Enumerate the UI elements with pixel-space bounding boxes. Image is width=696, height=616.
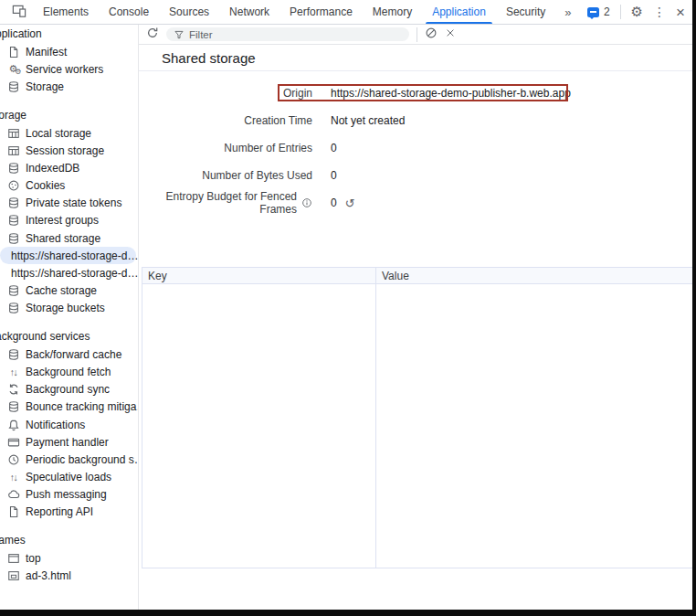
reset-budget-button[interactable]: ↺ [345,197,355,209]
sidebar-item-indexeddb[interactable]: IndexedDB [0,159,138,176]
cookie-icon [6,179,20,192]
frame-icon [6,552,20,565]
devtools-tabbar: Elements Console Sources Network Perform… [0,0,696,25]
toggle-device-toolbar-button[interactable] [5,0,33,24]
tab-security[interactable]: Security [496,0,555,24]
sidebar-item-storage-buckets[interactable]: Storage buckets [0,300,138,317]
metadata-row-number-of-bytes-used: Number of Bytes Used 0 [139,162,696,189]
document-icon [6,505,20,518]
shared-storage-panel: Shared storage Origin https://shared-sto… [139,25,696,610]
document-icon [6,46,20,58]
database-icon [6,196,20,209]
clock-icon [6,453,20,466]
bell-icon [6,419,20,431]
tab-elements[interactable]: Elements [33,0,99,24]
sidebar-item-manifest[interactable]: Manifest [0,43,138,60]
close-icon: × [676,5,685,20]
sidebar-item-push-messaging[interactable]: Push messaging [0,486,138,504]
sidebar-item-background-sync[interactable]: Background sync [0,381,138,398]
sidebar-item-frame-top[interactable]: top [0,549,138,567]
toolbar-divider [417,27,417,42]
column-header-key: Key [142,268,376,283]
sidebar-item-interest-groups[interactable]: Interest groups [0,212,138,229]
value-column-area [376,284,696,568]
sidebar-item-back-forward-cache[interactable]: Back/forward cache [0,345,138,363]
tab-sources[interactable]: Sources [159,0,219,24]
sidebar-item-cookies[interactable]: Cookies [0,177,138,195]
filter-input[interactable] [189,29,402,40]
section-title-background-services: Background services [0,328,138,345]
section-title-storage: Storage [0,107,138,124]
sidebar-item-storage[interactable]: Storage [0,79,138,96]
sidebar-item-speculative-loads[interactable]: ↑↓ Speculative loads [0,469,138,486]
metadata-row-creation-time: Creation Time Not yet created [139,107,696,134]
metadata-row-number-of-entries: Number of Entries 0 [139,134,696,162]
sidebar-item-background-fetch[interactable]: ↑↓ Background fetch [0,363,138,380]
main-menu-button[interactable]: ⋮ [653,5,666,19]
sidebar-item-shared-storage[interactable]: Shared storage [0,229,138,247]
database-icon [6,400,20,413]
sync-icon [6,383,20,396]
sidebar-item-payment-handler[interactable]: Payment handler [0,433,138,451]
kebab-menu-icon: ⋮ [653,5,666,19]
refresh-button[interactable] [146,27,159,42]
chevron-double-right-icon: » [564,5,571,19]
issues-button[interactable]: 2 [587,5,610,18]
reset-icon: ↺ [345,196,355,210]
card-icon [6,436,20,449]
table-icon [6,144,20,157]
issues-count: 2 [604,5,610,18]
database-icon [6,80,20,93]
close-devtools-button[interactable]: × [676,5,685,20]
tab-application[interactable]: Application [422,0,496,24]
sidebar-item-shared-storage-origin-1[interactable]: https://shared-storage-d… [0,247,136,264]
database-icon [6,214,20,227]
sidebar-item-bounce-tracking-mitigations[interactable]: Bounce tracking mitiga… [0,398,138,416]
sidebar-item-cache-storage[interactable]: Cache storage [0,282,138,300]
tab-performance[interactable]: Performance [279,0,363,24]
gear-icon: ⚙ [631,4,643,20]
sidebar-item-session-storage[interactable]: Session storage [0,142,138,159]
application-sidebar: Application Manifest ⚙⚙ Service workers … [0,25,139,610]
sidebar-item-service-workers[interactable]: ⚙⚙ Service workers [0,60,138,78]
filter-box[interactable] [166,27,409,41]
table-header-row: Key Value [142,268,696,284]
clear-all-button[interactable] [425,27,438,42]
device-toolbar-icon [12,4,26,21]
metadata-row-origin: Origin https://shared-storage-demo-publi… [139,80,696,107]
page-title: Shared storage [162,50,256,66]
table-body [142,284,696,568]
origin-value: https://shared-storage-demo-publisher-b.… [331,80,696,107]
sidebar-item-reporting-api[interactable]: Reporting API [0,504,138,521]
delete-selected-button[interactable] [445,27,456,41]
tab-network[interactable]: Network [219,0,279,24]
iframe-icon [6,569,20,582]
section-title-frames: Frames [0,532,138,549]
service-workers-icon: ⚙⚙ [6,64,20,74]
toolbar-divider [620,5,621,19]
sidebar-item-periodic-background-sync[interactable]: Periodic background s… [0,451,138,468]
sidebar-item-notifications[interactable]: Notifications [0,416,138,433]
settings-button[interactable]: ⚙ [631,4,643,20]
shared-storage-metadata: Origin https://shared-storage-demo-publi… [139,71,696,217]
table-icon [6,127,20,140]
sidebar-item-frame-ad-3[interactable]: ad-3.html [0,567,138,584]
database-icon [6,284,20,297]
metadata-row-entropy-budget: Entropy Budget for Fenced Frames 0 ↺ [139,189,696,217]
tab-memory[interactable]: Memory [363,0,422,24]
issues-bubble-icon [587,7,599,17]
shared-storage-entries-table: Key Value [142,267,696,568]
storage-toolbar [139,25,696,45]
sidebar-item-private-state-tokens[interactable]: Private state tokens [0,195,138,212]
tab-console[interactable]: Console [99,0,159,24]
panel-header: Shared storage [139,45,696,71]
block-icon [425,27,438,42]
info-icon[interactable] [301,197,312,208]
sidebar-item-shared-storage-origin-2[interactable]: https://shared-storage-d… [0,264,138,281]
sidebar-item-local-storage[interactable]: Local storage [0,124,138,142]
up-down-arrows-icon: ↑↓ [6,472,20,483]
more-tabs-button[interactable]: » [555,0,580,24]
key-column-area [142,284,376,568]
tabbar-right-controls: 2 ⚙ ⋮ × [587,0,696,24]
database-icon [6,348,20,361]
